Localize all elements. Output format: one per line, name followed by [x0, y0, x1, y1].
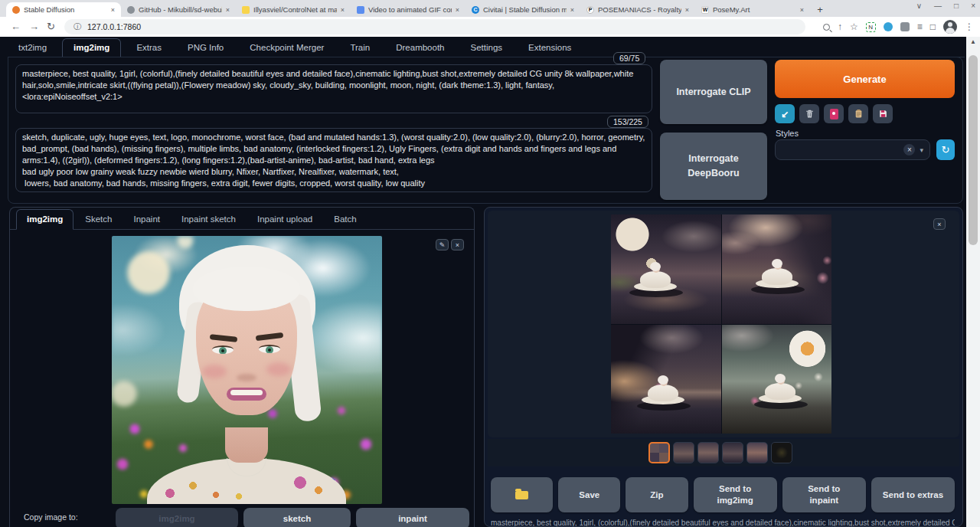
tab-close-icon[interactable]: ×	[685, 6, 689, 14]
extension-n-icon[interactable]: N	[866, 22, 876, 32]
generate-button[interactable]: Generate	[775, 60, 955, 98]
tab-dreambooth[interactable]: Dreambooth	[385, 39, 455, 57]
scrollbar-thumb[interactable]	[969, 55, 978, 245]
styles-refresh-button[interactable]: ↻	[936, 139, 955, 160]
negative-prompt-input[interactable]: sketch, duplicate, ugly, huge eyes, text…	[15, 128, 652, 192]
extra-networks-button[interactable]	[824, 104, 844, 123]
open-folder-button[interactable]	[491, 477, 553, 512]
tab-close-icon[interactable]: ×	[226, 6, 230, 14]
mouth-art	[227, 388, 266, 401]
browser-tab-title: Video to animated GIF converter	[368, 5, 452, 14]
back-icon[interactable]: ←	[11, 21, 21, 32]
copy-to-sketch-button[interactable]: sketch	[243, 508, 351, 527]
copy-to-inpaint-button[interactable]: inpaint	[356, 508, 469, 527]
refresh-icon: ↻	[942, 144, 950, 155]
browser-menu-icon[interactable]: ⋮	[965, 21, 974, 32]
bookmark-star-icon[interactable]: ☆	[850, 21, 858, 32]
address-bar[interactable]: ⓘ 127.0.0.1:7860	[64, 19, 805, 34]
tab-close-icon[interactable]: ×	[456, 6, 459, 14]
send-to-img2img-button[interactable]: Send to img2img	[694, 477, 777, 512]
tab-inpaint-sketch-mode[interactable]: Inpaint sketch	[172, 210, 246, 229]
window-minimize-button[interactable]: —	[934, 2, 942, 10]
reading-list-icon[interactable]: ≡	[917, 21, 923, 32]
send-to-extras-button[interactable]: Send to extras	[871, 477, 955, 512]
extension-circle-icon[interactable]	[884, 22, 893, 31]
scrollbar-up-icon[interactable]: ▲	[966, 38, 980, 45]
negative-prompt-token-counter: 153/225	[607, 116, 648, 128]
paste-params-button[interactable]: ↙	[775, 104, 795, 123]
tab-search-chevron-icon[interactable]: ∨	[916, 2, 922, 10]
result-image-grid[interactable]	[611, 214, 831, 434]
site-info-icon[interactable]: ⓘ	[74, 21, 81, 32]
tab-img2img-mode[interactable]: img2img	[16, 209, 74, 230]
zoom-icon[interactable]	[823, 24, 830, 31]
thumbnail-5[interactable]	[746, 442, 768, 463]
prompt-input[interactable]: masterpiece, best quality, 1girl, (color…	[15, 64, 652, 113]
browser-tab-posemaniacs[interactable]: P POSEMANIACS - Royalty free 3 ×	[580, 2, 695, 17]
tab-png-info[interactable]: PNG Info	[177, 39, 234, 57]
tab-txt2img[interactable]: txt2img	[8, 39, 57, 57]
thumbnail-2[interactable]	[673, 442, 694, 463]
tab-checkpoint-merger[interactable]: Checkpoint Merger	[239, 39, 335, 57]
result-image-2[interactable]	[722, 214, 832, 324]
figure-art	[759, 374, 802, 409]
tab-settings[interactable]: Settings	[460, 39, 514, 57]
civitai-favicon-icon: C	[472, 6, 479, 14]
copy-to-img2img-button[interactable]: img2img	[116, 508, 238, 527]
result-image-1[interactable]	[611, 214, 721, 324]
tab-extras[interactable]: Extras	[126, 39, 172, 57]
browser-tab-title: GitHub - Mikubill/sd-webui-con	[139, 5, 222, 14]
browser-tab-posemyart[interactable]: W PoseMy.Art ×	[695, 2, 810, 17]
tab-inpaint-upload-mode[interactable]: Inpaint upload	[247, 210, 322, 229]
reload-icon[interactable]: ↻	[47, 21, 55, 32]
source-image[interactable]	[112, 236, 382, 504]
tab-train[interactable]: Train	[339, 39, 381, 57]
page-scrollbar[interactable]: ▲	[966, 37, 980, 527]
save-style-button[interactable]	[873, 104, 893, 123]
zip-button[interactable]: Zip	[626, 477, 688, 512]
thumbnail-1[interactable]	[648, 442, 670, 463]
save-button[interactable]: Save	[558, 477, 620, 512]
gallery-close-button[interactable]: ×	[933, 218, 946, 230]
eye-art	[259, 345, 280, 353]
thumbnail-4[interactable]	[722, 442, 743, 463]
result-image-3[interactable]	[611, 325, 721, 434]
browser-tab-controlnet[interactable]: Illyasviel/ControlNet at main ×	[236, 2, 351, 17]
interrogate-deepbooru-button[interactable]: Interrogate DeepBooru	[660, 133, 767, 200]
browser-tab-github[interactable]: GitHub - Mikubill/sd-webui-con ×	[121, 2, 236, 17]
tab-img2img[interactable]: img2img	[62, 38, 121, 57]
browser-tab-stable-diffusion[interactable]: Stable Diffusion ×	[6, 2, 121, 17]
clear-prompt-button[interactable]	[799, 104, 819, 123]
tab-close-icon[interactable]: ×	[341, 6, 345, 14]
interrogate-clip-button[interactable]: Interrogate CLIP	[660, 60, 767, 124]
tab-inpaint-mode[interactable]: Inpaint	[123, 210, 170, 229]
result-image-4[interactable]	[722, 325, 832, 434]
new-tab-button[interactable]: +	[813, 2, 827, 16]
profile-avatar[interactable]	[943, 20, 957, 34]
tab-sketch-mode[interactable]: Sketch	[75, 210, 122, 229]
edit-image-button[interactable]: ✎	[436, 239, 449, 250]
forward-icon[interactable]: →	[29, 21, 39, 32]
thumbnail-6[interactable]	[771, 442, 792, 463]
apply-style-button[interactable]	[848, 104, 868, 123]
share-icon[interactable]: ↑	[838, 21, 842, 32]
address-url[interactable]: 127.0.0.1:7860	[87, 22, 141, 31]
extensions-puzzle-icon[interactable]	[900, 22, 910, 31]
tab-extensions[interactable]: Extensions	[518, 39, 582, 57]
tab-close-icon[interactable]: ×	[111, 6, 115, 14]
send-to-inpaint-button[interactable]: Send to inpaint	[782, 477, 866, 512]
side-panel-icon[interactable]: □	[930, 21, 936, 32]
window-maximize-button[interactable]: □	[954, 2, 959, 10]
browser-tab-civitai[interactable]: C Civitai | Stable Diffusion model ×	[466, 2, 580, 17]
tab-batch-mode[interactable]: Batch	[324, 210, 366, 229]
browser-tab-gif-converter[interactable]: Video to animated GIF converter ×	[351, 2, 466, 17]
remove-image-button[interactable]: ×	[451, 239, 464, 250]
thumbnail-3[interactable]	[697, 442, 719, 463]
window-close-button[interactable]: ×	[971, 2, 975, 10]
tab-close-icon[interactable]: ×	[800, 6, 804, 14]
styles-dropdown[interactable]: × ▾	[775, 139, 930, 160]
tab-close-icon[interactable]: ×	[570, 6, 574, 14]
browser-tab-title: Illyasviel/ControlNet at main	[253, 5, 337, 14]
styles-clear-icon[interactable]: ×	[903, 144, 915, 155]
chevron-down-icon[interactable]: ▾	[920, 146, 923, 154]
